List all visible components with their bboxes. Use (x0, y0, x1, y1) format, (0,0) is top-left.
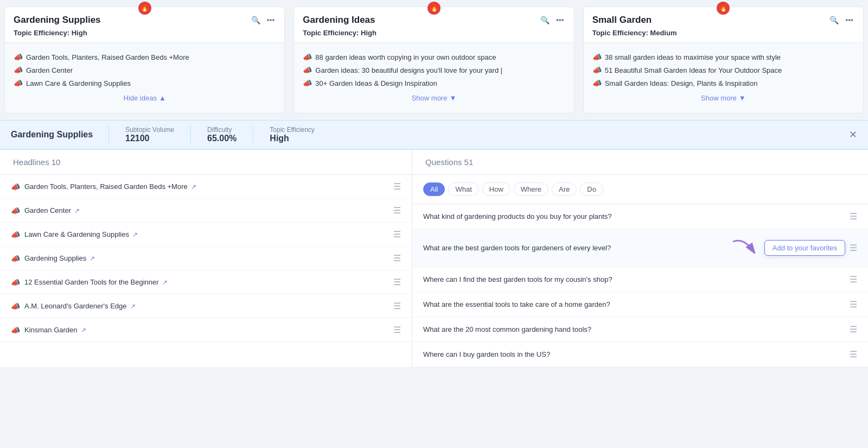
headline-text: Garden Center ↗ (24, 206, 389, 214)
stat-value-efficiency: High (270, 134, 314, 143)
headline-row: 📣 Garden Tools, Planters, Raised Garden … (0, 175, 412, 199)
filter-tab-are[interactable]: Are (552, 182, 577, 196)
megaphone-icon: 📣 (11, 254, 20, 263)
list-action-icon[interactable]: ☰ (393, 325, 401, 335)
hide-ideas-button[interactable]: Hide ideas ▲ (124, 94, 166, 102)
card-body-1: 📣Garden Tools, Planters, Raised Garden B… (5, 42, 284, 113)
card-subtitle-2: Topic Efficiency: High (294, 29, 573, 42)
stats-bar: Gardening Supplies Subtopic Volume 12100… (0, 120, 868, 149)
card-subtitle-1: Topic Efficiency: High (5, 29, 284, 42)
card-body-3: 📣38 small garden ideas to maximise your … (584, 42, 863, 113)
megaphone-icon: 📣 (14, 53, 23, 61)
external-link-icon[interactable]: ↗ (162, 279, 168, 286)
headline-row: 📣 A.M. Leonard's Gardener's Edge ↗ ☰ (0, 294, 412, 318)
list-action-icon[interactable]: ☰ (393, 181, 401, 192)
external-link-icon[interactable]: ↗ (81, 326, 86, 334)
question-row: What kind of gardening products do you b… (412, 204, 868, 229)
megaphone-icon: 📣 (11, 230, 20, 239)
external-link-icon[interactable]: ↗ (130, 302, 136, 310)
card-header-actions-3: 🔍 ••• (828, 15, 854, 25)
main-content: Headlines10 📣 Garden Tools, Planters, Ra… (0, 149, 868, 367)
list-item: 📣Small Garden Ideas: Design, Plants & In… (592, 77, 854, 90)
more-button-2[interactable]: ••• (555, 15, 565, 25)
list-action-icon[interactable]: ☰ (393, 229, 401, 239)
card-header-actions-1: 🔍 ••• (250, 15, 276, 25)
add-to-favorites-tooltip[interactable]: Add to your favorites (764, 240, 845, 256)
question-row: What are the 20 most common gardening ha… (412, 317, 868, 342)
megaphone-icon: 📣 (14, 66, 23, 74)
megaphone-icon: 📣 (592, 66, 602, 74)
list-item: 📣30+ Garden Ideas & Design Inspiration (303, 77, 565, 90)
question-text: What kind of gardening products do you b… (423, 212, 845, 220)
question-action-icon[interactable]: ☰ (850, 211, 857, 222)
external-link-icon[interactable]: ↗ (90, 255, 95, 262)
stat-label-difficulty: Difficulty (207, 126, 237, 134)
list-action-icon[interactable]: ☰ (393, 277, 401, 287)
filter-tab-do[interactable]: Do (580, 182, 603, 196)
filter-tab-what[interactable]: What (448, 182, 478, 196)
question-text: What are the best garden tools for garde… (423, 244, 723, 252)
more-button-3[interactable]: ••• (844, 15, 854, 25)
megaphone-icon: 📣 (303, 66, 312, 74)
megaphone-icon: 📣 (592, 79, 602, 87)
questions-panel: Questions51 AllWhatHowWhereAreDo What ki… (412, 150, 868, 367)
megaphone-icon: 📣 (303, 53, 312, 61)
megaphone-icon: 📣 (11, 278, 20, 287)
stat-label-efficiency: Topic Efficiency (270, 126, 314, 134)
headline-text: Gardening Supplies ↗ (24, 254, 389, 262)
questions-list: What kind of gardening products do you b… (412, 204, 868, 367)
stat-value-difficulty: 65.00% (207, 134, 237, 143)
megaphone-icon: 📣 (303, 79, 312, 87)
list-item: 📣51 Beautiful Small Garden Ideas for You… (592, 64, 854, 77)
megaphone-icon: 📣 (14, 79, 23, 87)
search-button-3[interactable]: 🔍 (828, 15, 840, 25)
filter-tab-how[interactable]: How (482, 182, 510, 196)
search-button-1[interactable]: 🔍 (250, 15, 261, 25)
more-button-1[interactable]: ••• (266, 15, 276, 25)
question-action-icon[interactable]: ☰ (850, 349, 857, 359)
headlines-panel-header: Headlines10 (0, 150, 412, 175)
list-action-icon[interactable]: ☰ (393, 253, 401, 263)
stat-value-volume: 12100 (125, 134, 174, 143)
card-gardening-ideas: 🔥 Gardening Ideas 🔍 ••• Topic Efficiency… (293, 7, 574, 113)
card-header-actions-2: 🔍 ••• (539, 15, 565, 25)
question-action-icon[interactable]: ☰ (850, 324, 857, 335)
question-action-icon[interactable]: ☰ (850, 299, 857, 310)
headline-text: Garden Tools, Planters, Raised Garden Be… (24, 182, 389, 191)
stat-label-volume: Subtopic Volume (125, 126, 174, 134)
question-row: Where can I find the best garden tools f… (412, 267, 868, 292)
list-action-icon[interactable]: ☰ (393, 205, 401, 216)
question-action-icon[interactable]: ☰ (850, 243, 857, 253)
filter-tab-where[interactable]: Where (514, 182, 548, 196)
stat-item-volume: Subtopic Volume 12100 (108, 126, 190, 143)
show-more-button-3[interactable]: Show more ▼ (701, 94, 746, 102)
external-link-icon[interactable]: ↗ (132, 231, 138, 238)
list-action-icon[interactable]: ☰ (393, 301, 401, 311)
headlines-list: 📣 Garden Tools, Planters, Raised Garden … (0, 175, 412, 342)
question-row: What are the essential tools to take car… (412, 292, 868, 317)
show-more-button-2[interactable]: Show more ▼ (412, 94, 457, 102)
card-body-2: 📣88 garden ideas worth copying in your o… (294, 42, 573, 113)
megaphone-icon: 📣 (592, 53, 602, 61)
arrow-indicator (727, 236, 760, 258)
stat-item-difficulty: Difficulty 65.00% (190, 126, 253, 143)
headline-text: Lawn Care & Gardening Supplies ↗ (24, 230, 389, 238)
question-action-icon[interactable]: ☰ (850, 274, 857, 285)
megaphone-icon: 📣 (11, 302, 20, 311)
search-button-2[interactable]: 🔍 (539, 15, 551, 25)
stats-bar-title: Gardening Supplies (11, 130, 108, 140)
fire-badge-3: 🔥 (717, 2, 730, 15)
card-title-1: Gardening Supplies (14, 15, 101, 26)
tooltip-container: Add to your favorites ☰ (727, 236, 857, 260)
external-link-icon[interactable]: ↗ (191, 183, 196, 191)
card-title-3: Small Garden (592, 15, 652, 26)
external-link-icon[interactable]: ↗ (74, 207, 80, 214)
question-row: Where can I buy garden tools in the US? … (412, 342, 868, 367)
question-text: Where can I find the best garden tools f… (423, 275, 845, 283)
card-gardening-supplies: 🔥 Gardening Supplies 🔍 ••• Topic Efficie… (4, 7, 285, 113)
card-small-garden: 🔥 Small Garden 🔍 ••• Topic Efficiency: M… (583, 7, 864, 113)
fire-badge-1: 🔥 (138, 2, 151, 15)
megaphone-icon: 📣 (11, 182, 20, 191)
filter-tab-all[interactable]: All (423, 182, 445, 196)
stats-bar-close-button[interactable]: ✕ (849, 129, 857, 141)
